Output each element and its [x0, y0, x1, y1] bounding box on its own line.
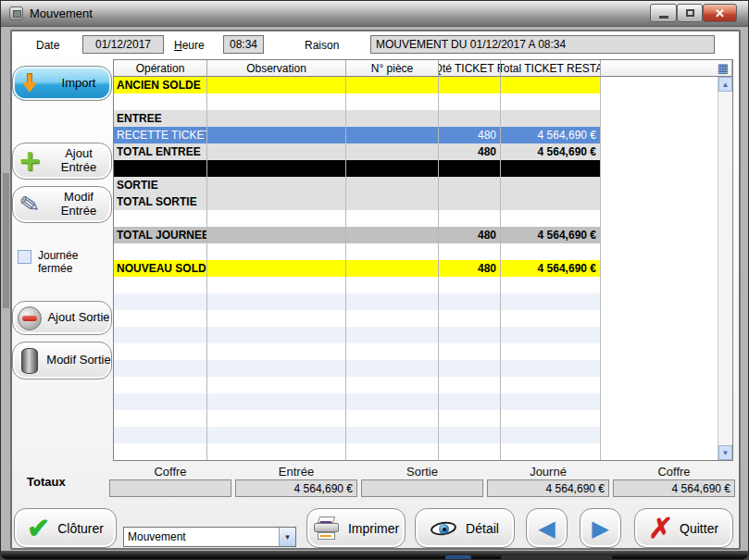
ajout-entree-button[interactable]: + Ajout Entrée	[12, 143, 112, 180]
arrow-left-icon: ◀	[538, 516, 555, 541]
maximize-button[interactable]	[677, 4, 703, 22]
total-coffre1-field	[109, 479, 231, 497]
table-cell: RECETTE TICKET R	[114, 127, 207, 143]
import-button[interactable]: Import	[12, 66, 112, 101]
table-cell: TOTAL SORTIE	[114, 193, 207, 210]
table-cell	[207, 210, 346, 227]
column-header-4[interactable]: Qté TICKET R	[439, 60, 501, 77]
table-row[interactable]	[114, 293, 718, 310]
modif-entree-button[interactable]: ✎ Modif Entrée	[12, 186, 112, 223]
table-row[interactable]	[114, 210, 718, 227]
table-row[interactable]: SORTIE	[114, 177, 718, 193]
table-cell	[114, 427, 207, 443]
detail-button[interactable]: Détail	[415, 508, 515, 548]
table-cell-filler	[601, 410, 718, 427]
table-row[interactable]: RECETTE TICKET R4804 564,690 €	[114, 127, 718, 143]
close-button[interactable]: ✕	[703, 4, 737, 22]
date-label: Date	[36, 39, 59, 52]
table-row[interactable]	[114, 343, 718, 360]
table-row[interactable]	[114, 410, 718, 427]
table-cell-filler	[601, 260, 718, 277]
next-button[interactable]: ▶	[580, 508, 621, 548]
table-cell	[207, 377, 346, 393]
column-header-2[interactable]: Observation	[207, 60, 346, 77]
table-row[interactable]	[114, 427, 718, 443]
table-cell	[439, 210, 501, 227]
table-row[interactable]	[114, 443, 718, 460]
table-row[interactable]: TOTAL SORTIE	[114, 193, 718, 210]
total-entree-field: 4 564,690 €	[235, 479, 357, 497]
scroll-up-icon[interactable]: ▲	[718, 77, 732, 92]
detail-label: Détail	[466, 521, 499, 536]
table-row[interactable]	[114, 243, 718, 260]
modif-sortie-label: Modif Sortie	[46, 354, 111, 367]
imprimer-button[interactable]: Imprimer	[306, 508, 406, 548]
heure-field[interactable]: 08:34	[223, 35, 264, 54]
table-row[interactable]	[114, 393, 718, 410]
table-cell	[501, 427, 601, 443]
previous-button[interactable]: ◀	[526, 508, 568, 548]
table-cell: 4 564,690 €	[501, 227, 601, 243]
table-cell	[346, 427, 439, 443]
table-cell	[439, 193, 501, 210]
check-icon: ✔	[27, 516, 50, 541]
vertical-scrollbar[interactable]: ▲ ▼	[718, 77, 732, 460]
cloturer-button[interactable]: ✔ Clôturer	[14, 508, 117, 548]
table-row[interactable]	[114, 360, 718, 377]
column-header-3[interactable]: N° pièce	[346, 60, 439, 77]
column-header-5[interactable]: Total TICKET RESTA	[501, 60, 601, 77]
table-cell	[207, 110, 346, 127]
table-cell	[346, 160, 439, 177]
column-header-1[interactable]: Opération	[114, 60, 207, 77]
table-row[interactable]	[114, 277, 718, 293]
table-cell-filler	[601, 310, 718, 327]
table-cell	[501, 110, 601, 127]
imprimer-label: Imprimer	[348, 521, 399, 536]
table-cell	[346, 410, 439, 427]
table-cell	[501, 210, 601, 227]
heure-value: 08:34	[230, 38, 257, 51]
table-row[interactable]	[114, 310, 718, 327]
table-cell: ANCIEN SOLDE	[114, 77, 207, 93]
table-row[interactable]: TOTAL JOURNEE4804 564,690 €	[114, 227, 718, 243]
table-cell	[346, 393, 439, 410]
raison-field[interactable]: MOUVEMENT DU 01/12/2017 A 08:34	[370, 35, 715, 54]
table-cell: 4 564,690 €	[501, 127, 601, 143]
title-bar[interactable]: Mouvement ✕	[1, 1, 749, 27]
scroll-down-icon[interactable]: ▼	[718, 445, 732, 460]
table-cell	[346, 177, 439, 193]
table-cell: 4 564,690 €	[501, 260, 601, 277]
date-field[interactable]: 01/12/2017	[82, 35, 164, 54]
grid-body: ANCIEN SOLDEENTREERECETTE TICKET R4804 5…	[114, 77, 718, 460]
table-row[interactable]	[114, 93, 718, 110]
grid-settings-icon[interactable]: ▦	[718, 61, 729, 75]
table-cell	[439, 110, 501, 127]
journee-fermee-checkbox[interactable]	[18, 250, 31, 264]
window-title: Mouvement	[30, 6, 93, 20]
table-cell	[439, 77, 501, 93]
table-row[interactable]	[114, 160, 718, 177]
table-row[interactable]	[114, 377, 718, 393]
table-cell	[439, 327, 501, 343]
table-cell	[207, 193, 346, 210]
table-cell	[346, 377, 439, 393]
table-row[interactable]: TOTAL ENTREE4804 564,690 €	[114, 143, 718, 160]
chevron-down-icon[interactable]: ▼	[279, 528, 295, 546]
modif-sortie-button[interactable]: Modif Sortie	[12, 342, 112, 380]
minimize-button[interactable]	[650, 4, 677, 22]
table-cell	[439, 310, 501, 327]
table-row[interactable]: NOUVEAU SOLDE4804 564,690 €	[114, 260, 718, 277]
table-cell	[346, 293, 439, 310]
mouvement-combobox[interactable]: Mouvement ▼	[123, 527, 296, 547]
ajout-sortie-button[interactable]: Ajout Sortie	[12, 301, 112, 335]
table-row[interactable]: ANCIEN SOLDE	[114, 77, 718, 93]
table-cell	[346, 360, 439, 377]
table-cell	[207, 360, 346, 377]
taskbar-glimpse	[445, 555, 471, 560]
total-entree-label: Entrée	[235, 465, 357, 479]
table-row[interactable]: ENTREE	[114, 110, 718, 127]
table-cell	[501, 377, 601, 393]
table-cell: 480	[439, 260, 501, 277]
quitter-button[interactable]: ✗ Quitter	[634, 508, 733, 548]
table-row[interactable]	[114, 327, 718, 343]
